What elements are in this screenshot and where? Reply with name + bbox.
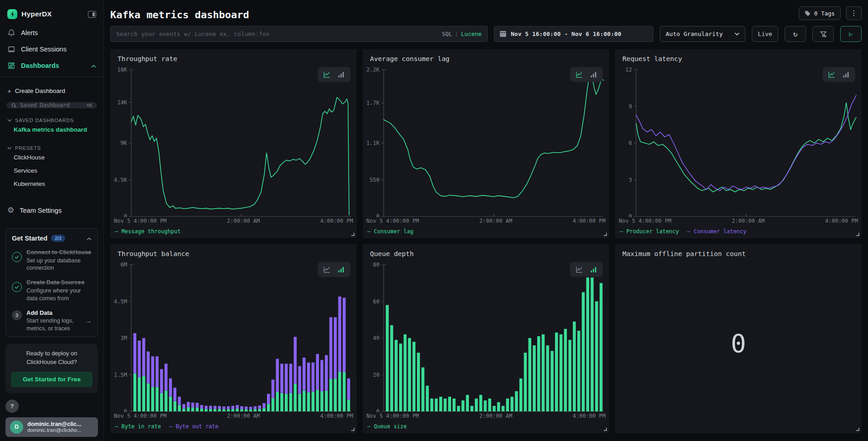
chart-canvas[interactable]: 129630	[615, 65, 862, 217]
line-chart-icon[interactable]	[575, 266, 583, 273]
x-axis-labels: Nov 5 4:00:00 PM2:00:00 AM4:00:00 PM	[615, 217, 862, 224]
filter-button[interactable]	[812, 26, 834, 42]
chart-type-toggle[interactable]	[570, 67, 603, 82]
bar-chart-icon[interactable]	[337, 266, 345, 273]
saved-dashboards-search[interactable]: ⌘K	[6, 102, 97, 108]
resize-handle[interactable]	[351, 428, 354, 431]
sidebar-item-dashboards[interactable]: Dashboards	[0, 57, 103, 74]
sidebar-item-label: Alerts	[21, 29, 38, 36]
legend-item[interactable]: — Byte in rate	[115, 423, 161, 430]
legend-item[interactable]: — Producer latency	[620, 228, 679, 235]
section-presets[interactable]: PRESETS	[0, 145, 103, 151]
check-circle-icon	[12, 252, 22, 262]
sidebar-item-alerts[interactable]: Alerts	[0, 25, 103, 41]
check-circle-icon	[12, 282, 22, 292]
line-chart-icon[interactable]	[323, 266, 331, 273]
chart-type-toggle[interactable]	[318, 67, 350, 82]
bell-icon	[7, 29, 15, 37]
create-dashboard-button[interactable]: + Create Dashboard	[0, 82, 103, 99]
chart-type-toggle[interactable]	[822, 67, 855, 82]
legend-item[interactable]: — Queue size	[367, 423, 407, 430]
svg-text:0: 0	[124, 213, 127, 217]
saved-dashboards-search-input[interactable]	[20, 102, 70, 108]
bar-chart-icon[interactable]	[590, 266, 597, 273]
step-add-data[interactable]: 3 Add Data Start sending logs, metrics, …	[12, 309, 92, 333]
more-options-button[interactable]: ⋮	[846, 6, 862, 20]
step-create-data-sources[interactable]: Create Data Sources Configure where your…	[12, 278, 92, 302]
tags-button[interactable]: 0 Tags	[799, 6, 841, 20]
sidebar-item-clickhouse[interactable]: ClickHouse	[0, 151, 103, 164]
line-chart-icon[interactable]	[828, 71, 836, 78]
chevron-up-icon[interactable]	[91, 62, 96, 69]
granularity-select[interactable]: Auto Granularity	[660, 26, 745, 42]
resize-handle[interactable]	[604, 428, 607, 431]
resize-handle[interactable]	[856, 428, 859, 431]
tags-label: 0 Tags	[814, 10, 835, 17]
chart-canvas[interactable]: 2.2K1.7K1.1K5500	[363, 65, 609, 217]
chart-legend: — Message throughput	[110, 224, 357, 235]
event-search-box[interactable]: SQL|Lucene	[110, 26, 488, 42]
svg-text:1.5M: 1.5M	[114, 372, 127, 378]
bar-chart-icon[interactable]	[337, 71, 345, 78]
svg-text:40: 40	[373, 335, 380, 341]
legend-item[interactable]: — Consumer latency	[687, 228, 746, 235]
dashboards-grid-icon	[7, 62, 15, 70]
svg-text:0: 0	[376, 213, 380, 217]
sidebar: HyperDX Alerts Client Sessions Dashboard…	[0, 0, 104, 441]
panel-average-consumer-lag: Average consumer lag 2.2K1.7K1.1K5500 No…	[363, 49, 609, 238]
event-search-input[interactable]	[116, 31, 437, 37]
legend-item[interactable]: — Byte out rate	[169, 423, 218, 430]
line-chart-icon[interactable]	[575, 71, 583, 78]
sidebar-item-kubernetes[interactable]: Kubernetes	[0, 177, 103, 190]
help-button[interactable]: ?	[5, 400, 19, 413]
chart-type-toggle[interactable]	[570, 262, 603, 277]
step-connect-clickhouse[interactable]: Connect to ClickHouse Set up your databa…	[12, 248, 92, 272]
time-range-value: Nov 5 16:00:00 - Nov 6 16:00:00	[511, 31, 621, 37]
refresh-button[interactable]: ↻	[785, 26, 806, 42]
team-settings-label: Team Settings	[20, 207, 62, 214]
hyperdx-logo	[7, 9, 17, 19]
sidebar-item-client-sessions[interactable]: Client Sessions	[0, 41, 103, 57]
x-tick-label: 4:00:00 PM	[825, 218, 858, 224]
svg-text:9K: 9K	[121, 140, 128, 146]
sidebar-item-kafka-dashboard[interactable]: Kafka metrics dashboard	[0, 123, 103, 136]
resize-handle[interactable]	[856, 233, 859, 236]
x-tick-label: 4:00:00 PM	[573, 413, 606, 419]
chart-title: Maximum offline partition count	[615, 244, 862, 260]
x-tick-label: 2:00:00 AM	[479, 413, 512, 419]
get-started-free-button[interactable]: Get Started for Free	[11, 372, 92, 387]
resize-handle[interactable]	[351, 233, 354, 236]
chart-canvas[interactable]: 6M4.5M3M1.5M0	[110, 260, 357, 412]
svg-text:60: 60	[373, 298, 380, 305]
lucene-mode-toggle[interactable]: Lucene	[461, 31, 482, 37]
chart-canvas[interactable]: 18K14K9K4.5K0	[110, 65, 357, 217]
user-name: dominic.tran@clic...	[27, 421, 82, 427]
chevron-down-icon	[7, 119, 12, 122]
resize-handle[interactable]	[604, 233, 607, 236]
legend-item[interactable]: — Message throughput	[115, 228, 181, 235]
user-menu[interactable]: D dominic.tran@clic... dominic.tran@clic…	[5, 417, 98, 437]
live-button[interactable]: Live	[752, 26, 778, 42]
svg-text:3M: 3M	[121, 335, 127, 341]
chart-type-toggle[interactable]	[318, 262, 350, 277]
run-query-button[interactable]: ▷	[840, 26, 862, 42]
sql-mode-toggle[interactable]: SQL	[442, 31, 452, 37]
x-tick-label: 4:00:00 PM	[320, 413, 353, 419]
deploy-card: Ready to deploy on ClickHouse Cloud? Get…	[5, 344, 98, 393]
step-title: Add Data	[26, 309, 81, 317]
bar-chart-icon[interactable]	[590, 71, 597, 78]
sidebar-item-services[interactable]: Services	[0, 164, 103, 177]
chevron-up-icon[interactable]	[87, 235, 92, 242]
collapse-sidebar-icon[interactable]	[88, 11, 96, 18]
time-range-picker[interactable]: Nov 5 16:00:00 - Nov 6 16:00:00	[494, 26, 653, 42]
svg-text:4.5M: 4.5M	[114, 298, 127, 305]
legend-item[interactable]: — Consumer lag	[367, 228, 413, 235]
sidebar-item-team-settings[interactable]: ⚙ Team Settings	[0, 202, 103, 218]
section-saved-dashboards[interactable]: SAVED DASHBOARDS	[0, 118, 103, 123]
bar-chart-icon[interactable]	[842, 71, 850, 78]
chevron-down-icon	[734, 32, 740, 36]
chart-canvas[interactable]: 806040200	[363, 260, 609, 412]
chart-legend: — Producer latency— Consumer latency	[615, 224, 862, 235]
granularity-value: Auto Granularity	[666, 31, 723, 37]
line-chart-icon[interactable]	[323, 71, 331, 78]
